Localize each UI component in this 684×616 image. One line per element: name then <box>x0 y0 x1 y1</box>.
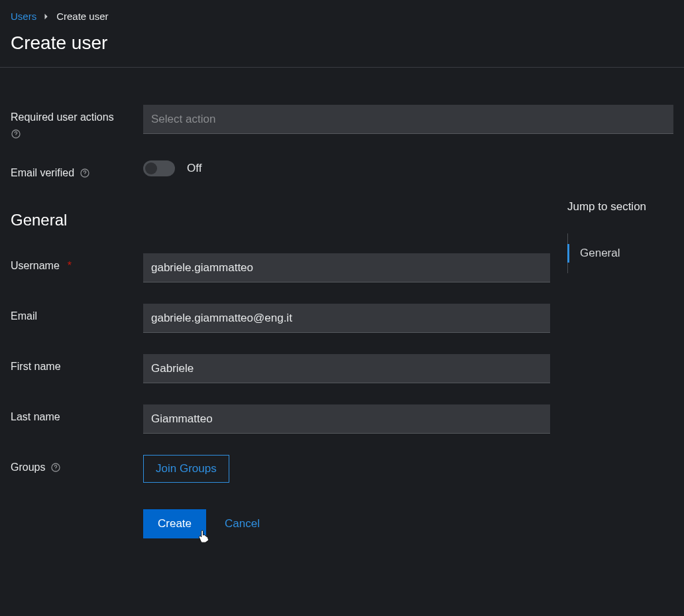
required-actions-select[interactable]: Select action <box>143 105 673 134</box>
content-area: Required user actions Select action Emai… <box>0 68 684 549</box>
label-required-actions: Required user actions <box>11 111 143 123</box>
section-title-general: General <box>11 211 554 229</box>
help-icon[interactable] <box>11 129 143 139</box>
row-email: Email <box>11 304 554 333</box>
help-icon[interactable] <box>80 168 90 178</box>
row-groups: Groups Join Groups <box>11 455 554 483</box>
row-last-name: Last name <box>11 404 554 434</box>
last-name-input[interactable] <box>143 404 550 434</box>
page-header: Users Create user Create user <box>0 0 684 68</box>
email-verified-toggle[interactable] <box>143 160 175 176</box>
page-title: Create user <box>11 32 673 54</box>
jump-item-general[interactable]: General <box>568 233 673 273</box>
breadcrumb-current: Create user <box>56 11 108 22</box>
label-username: Username * <box>11 260 72 272</box>
cancel-button[interactable]: Cancel <box>225 517 260 530</box>
toggle-knob <box>145 162 157 174</box>
label-email-verified: Email verified <box>11 167 90 179</box>
breadcrumb-link-users[interactable]: Users <box>11 11 36 22</box>
create-button[interactable]: Create <box>143 509 206 538</box>
required-asterisk: * <box>68 260 72 272</box>
label-last-name: Last name <box>11 411 60 423</box>
chevron-right-icon <box>43 11 50 22</box>
help-icon[interactable] <box>50 462 61 473</box>
row-username: Username * <box>11 253 554 282</box>
jump-title: Jump to section <box>567 200 673 214</box>
svg-point-5 <box>56 469 56 470</box>
label-email: Email <box>11 310 37 322</box>
label-first-name: First name <box>11 361 61 373</box>
svg-point-1 <box>16 136 17 137</box>
row-first-name: First name <box>11 354 554 383</box>
breadcrumb: Users Create user <box>11 11 673 22</box>
row-required-actions: Required user actions Select action <box>11 105 673 139</box>
label-groups: Groups <box>11 462 61 473</box>
email-input[interactable] <box>143 304 550 333</box>
join-groups-button[interactable]: Join Groups <box>143 455 229 483</box>
username-input[interactable] <box>143 253 550 282</box>
email-verified-state: Off <box>187 162 201 175</box>
svg-point-3 <box>85 175 86 176</box>
form-actions: Create Cancel <box>143 509 554 538</box>
jump-to-section: Jump to section General <box>554 200 673 538</box>
first-name-input[interactable] <box>143 354 550 383</box>
jump-list: General <box>567 233 673 273</box>
row-email-verified: Email verified Off <box>11 160 673 179</box>
